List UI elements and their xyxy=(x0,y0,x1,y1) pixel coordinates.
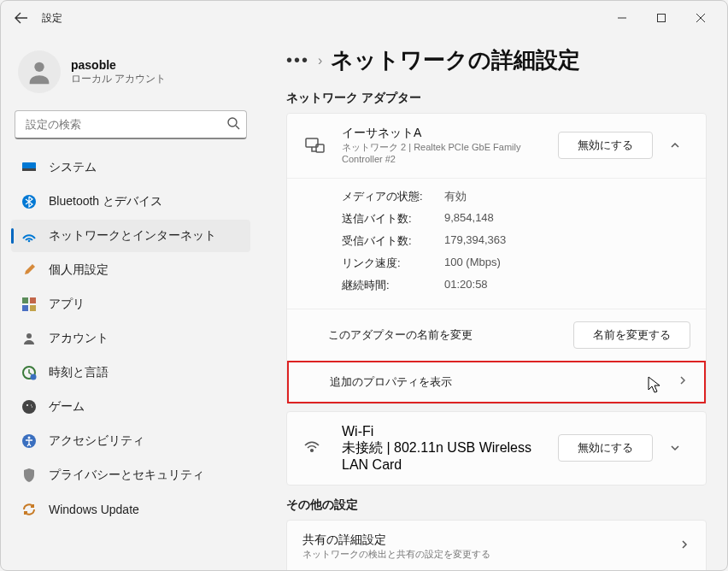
minimize-button[interactable] xyxy=(602,5,642,31)
sidebar-item-label: Windows Update xyxy=(49,503,139,516)
sharing-sub: ネットワークの検出と共有の設定を変更する xyxy=(302,548,678,561)
sidebar-item-label: アカウント xyxy=(49,331,109,346)
search-icon xyxy=(226,116,240,133)
ethernet-header[interactable]: イーサネットA ネットワーク 2 | Realtek PCIe GbE Fami… xyxy=(287,114,706,178)
sidebar-item-label: 時刻と言語 xyxy=(49,365,109,380)
sidebar-item-label: ゲーム xyxy=(49,399,85,415)
svg-rect-12 xyxy=(30,297,36,303)
svg-rect-1 xyxy=(658,15,666,22)
nav-list: システム Bluetooth とデバイス ネットワークとインターネット 個人用設… xyxy=(11,151,250,526)
sharing-title: 共有の詳細設定 xyxy=(302,533,678,548)
svg-point-18 xyxy=(22,400,36,414)
rename-button[interactable]: 名前を変更する xyxy=(573,321,690,349)
sidebar-item-personalize[interactable]: 個人用設定 xyxy=(11,254,250,286)
sidebar-item-label: システム xyxy=(49,160,97,175)
main-content: ••• › ネットワークの詳細設定 ネットワーク アダプター イーサネットA ネ… xyxy=(266,35,727,570)
ethernet-disable-button[interactable]: 無効にする xyxy=(558,132,653,159)
update-icon xyxy=(21,502,37,517)
person-icon xyxy=(25,57,54,86)
bluetooth-icon xyxy=(21,194,37,209)
more-properties-row[interactable]: 追加のプロパティを表示 xyxy=(287,361,706,403)
sidebar-item-update[interactable]: Windows Update xyxy=(11,493,250,526)
sharing-settings-card[interactable]: 共有の詳細設定 ネットワークの検出と共有の設定を変更する xyxy=(286,520,707,570)
system-icon xyxy=(21,160,37,175)
sidebar-item-bluetooth[interactable]: Bluetooth とデバイス xyxy=(11,185,250,218)
sidebar-item-label: ネットワークとインターネット xyxy=(49,228,216,244)
gaming-icon xyxy=(21,399,37,415)
other-section-label: その他の設定 xyxy=(286,497,707,513)
sidebar: pasoble ローカル アカウント システム Bluetooth とデバイス … xyxy=(1,35,257,570)
avatar xyxy=(18,50,61,93)
stat-bytes-recv: 受信バイト数:179,394,363 xyxy=(342,230,689,252)
sidebar-item-accounts[interactable]: アカウント xyxy=(11,322,250,355)
user-name: pasoble xyxy=(71,58,166,72)
accounts-icon xyxy=(21,331,37,346)
back-button[interactable] xyxy=(8,4,35,32)
network-icon xyxy=(21,228,37,244)
maximize-button[interactable] xyxy=(642,5,681,31)
wifi-disable-button[interactable]: 無効にする xyxy=(558,434,653,462)
sidebar-item-system[interactable]: システム xyxy=(11,151,250,184)
stat-media-state: メディアの状態:有効 xyxy=(342,185,689,208)
sidebar-item-apps[interactable]: アプリ xyxy=(11,288,250,321)
rename-label: このアダプターの名前を変更 xyxy=(328,327,573,343)
stat-duration: 継続時間:01:20:58 xyxy=(342,274,689,297)
sidebar-item-privacy[interactable]: プライバシーとセキュリティ xyxy=(11,459,250,492)
breadcrumb-more-icon[interactable]: ••• xyxy=(286,50,309,70)
svg-point-10 xyxy=(28,240,31,243)
window-controls xyxy=(602,5,720,31)
sidebar-item-label: Bluetooth とデバイス xyxy=(49,194,162,209)
svg-line-6 xyxy=(236,126,239,129)
sidebar-item-label: アプリ xyxy=(49,297,85,312)
sidebar-item-label: アクセシビリティ xyxy=(49,433,144,449)
rename-adapter-row: このアダプターの名前を変更 名前を変更する xyxy=(287,309,706,361)
chevron-right-icon xyxy=(677,374,689,390)
search-box xyxy=(15,110,247,139)
accessibility-icon xyxy=(21,433,37,449)
svg-rect-13 xyxy=(22,305,28,311)
wifi-adapter-card[interactable]: Wi-Fi 未接続 | 802.11n USB Wireless LAN Car… xyxy=(286,411,707,486)
svg-rect-11 xyxy=(22,297,28,303)
apps-icon xyxy=(21,297,37,312)
page-title: ネットワークの詳細設定 xyxy=(331,45,580,75)
svg-point-17 xyxy=(31,374,37,380)
svg-point-20 xyxy=(28,437,31,439)
svg-point-15 xyxy=(26,333,32,338)
brush-icon xyxy=(21,262,37,278)
adapters-section-label: ネットワーク アダプター xyxy=(286,91,707,106)
ethernet-adapter-card: イーサネットA ネットワーク 2 | Realtek PCIe GbE Fami… xyxy=(286,113,707,404)
window-title: 設定 xyxy=(42,11,62,26)
svg-point-4 xyxy=(34,62,44,72)
sidebar-item-gaming[interactable]: ゲーム xyxy=(11,391,250,423)
sidebar-item-time[interactable]: 時刻と言語 xyxy=(11,356,250,389)
user-block[interactable]: pasoble ローカル アカウント xyxy=(11,42,250,102)
shield-icon xyxy=(21,468,37,483)
svg-rect-8 xyxy=(22,168,36,171)
stat-link-speed: リンク速度:100 (Mbps) xyxy=(342,252,689,274)
chevron-right-icon: › xyxy=(318,53,322,68)
svg-rect-14 xyxy=(30,305,36,311)
sidebar-item-label: 個人用設定 xyxy=(49,262,109,278)
titlebar: 設定 xyxy=(1,1,727,35)
ethernet-icon xyxy=(302,135,326,156)
user-type: ローカル アカウント xyxy=(71,72,166,86)
wifi-sub: 未接続 | 802.11n USB Wireless LAN Card xyxy=(342,439,558,473)
chevron-up-icon[interactable] xyxy=(660,139,690,151)
svg-point-5 xyxy=(228,118,237,127)
stat-bytes-sent: 送信バイト数:9,854,148 xyxy=(342,208,689,230)
svg-point-23 xyxy=(311,450,314,452)
wifi-title: Wi-Fi xyxy=(342,424,558,439)
sidebar-item-label: プライバシーとセキュリティ xyxy=(49,468,204,483)
breadcrumb: ••• › ネットワークの詳細設定 xyxy=(286,45,707,75)
sidebar-item-network[interactable]: ネットワークとインターネット xyxy=(11,220,250,252)
close-button[interactable] xyxy=(681,5,720,31)
chevron-right-icon xyxy=(678,539,690,554)
wifi-icon xyxy=(302,437,326,459)
sidebar-item-accessibility[interactable]: アクセシビリティ xyxy=(11,425,250,457)
search-input[interactable] xyxy=(15,110,247,139)
clock-icon xyxy=(21,365,37,380)
ethernet-stats: メディアの状態:有効 送信バイト数:9,854,148 受信バイト数:179,3… xyxy=(287,178,706,309)
chevron-down-icon[interactable] xyxy=(660,442,690,454)
ethernet-sub: ネットワーク 2 | Realtek PCIe GbE Family Contr… xyxy=(342,141,558,166)
more-properties-label: 追加のプロパティを表示 xyxy=(330,374,677,390)
